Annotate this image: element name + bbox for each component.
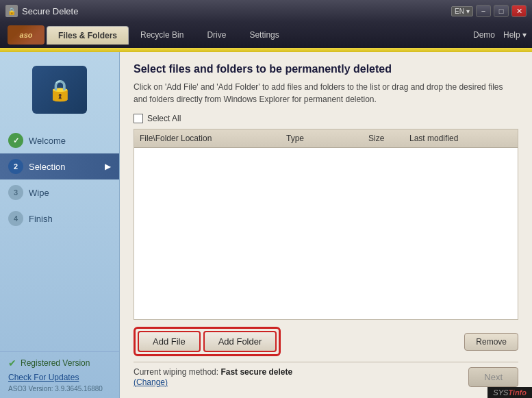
sidebar-step-selection[interactable]: 2 Selection ▶	[0, 153, 119, 179]
select-all-row: Select All	[134, 114, 518, 123]
add-file-button[interactable]: Add File	[138, 331, 201, 352]
menu-bar: aso Files & Folders Recycle Bin Drive Se…	[0, 22, 532, 48]
status-bar: Current wiping method: Fast secure delet…	[134, 362, 518, 387]
demo-button[interactable]: Demo	[473, 30, 495, 40]
step-label-welcome: Welcome	[29, 136, 66, 146]
main-title: Select files and folders to be permanent…	[134, 63, 518, 75]
app-body: 🔒 ✓ Welcome 2 Selection ▶ 3 Wipe 4 Finis…	[0, 52, 532, 398]
tab-drive[interactable]: Drive	[195, 25, 238, 45]
tab-files-folders[interactable]: Files & Folders	[47, 26, 129, 45]
title-bar: 🔒 Secure Delete EN ▾ − □ ✕	[0, 0, 532, 22]
tab-recycle-bin[interactable]: Recycle Bin	[129, 25, 195, 45]
check-updates-link[interactable]: Check For Updates	[8, 373, 111, 382]
col-last-modified: Last modified	[409, 132, 512, 145]
sidebar-logo-area: 🔒	[0, 59, 119, 121]
window-controls: EN ▾ − □ ✕	[451, 5, 527, 17]
file-table-header: File\Folder Location Type Size Last modi…	[134, 129, 518, 148]
col-type: Type	[286, 132, 368, 145]
sidebar-step-wipe[interactable]: 3 Wipe	[0, 179, 119, 206]
registered-version: ✔ Registered Version	[8, 358, 111, 369]
action-row: Add File Add Folder Remove	[134, 327, 518, 356]
select-all-checkbox[interactable]	[134, 114, 143, 123]
minimize-button[interactable]: −	[476, 5, 491, 17]
file-table-body	[134, 148, 518, 319]
registered-label: Registered Version	[21, 358, 90, 368]
wipe-method-label: Current wiping method: Fast secure delet…	[134, 367, 292, 377]
product-logo: 🔒	[32, 66, 87, 114]
file-table: File\Folder Location Type Size Last modi…	[134, 129, 518, 320]
sidebar-bottom: ✔ Registered Version Check For Updates A…	[0, 351, 119, 398]
step-circle-1: ✓	[8, 133, 23, 148]
next-button[interactable]: Next	[468, 367, 518, 387]
col-size: Size	[368, 132, 409, 145]
remove-button[interactable]: Remove	[464, 333, 518, 351]
main-description: Click on 'Add File' and 'Add Folder' to …	[134, 81, 518, 105]
step-circle-2: 2	[8, 159, 23, 174]
app-logo: aso	[5, 24, 47, 46]
window-title: Secure Delete	[22, 6, 78, 16]
col-location: File\Folder Location	[140, 132, 286, 145]
select-all-label: Select All	[147, 114, 181, 123]
add-btn-group: Add File Add Folder	[134, 327, 281, 356]
check-circle-icon: ✔	[8, 358, 16, 369]
step-label-finish: Finish	[29, 214, 53, 224]
lock-icon: 🔒	[47, 78, 73, 102]
step-label-wipe: Wipe	[29, 188, 49, 198]
sysinfo-text: SYSTinfo	[493, 388, 527, 397]
help-button[interactable]: Help ▾	[503, 30, 527, 40]
sidebar-step-welcome[interactable]: ✓ Welcome	[0, 127, 119, 153]
sysinfo-highlight: Tinfo	[508, 388, 527, 397]
tab-settings[interactable]: Settings	[238, 25, 290, 45]
language-selector[interactable]: EN ▾	[451, 6, 473, 16]
change-method-link[interactable]: (Change)	[134, 377, 168, 387]
step-circle-4: 4	[8, 211, 23, 226]
add-folder-button[interactable]: Add Folder	[203, 331, 277, 352]
step-label-selection: Selection	[29, 162, 65, 172]
version-text: ASO3 Version: 3.9.3645.16880	[8, 385, 111, 393]
sidebar: 🔒 ✓ Welcome 2 Selection ▶ 3 Wipe 4 Finis…	[0, 52, 120, 398]
app-icon: 🔒	[5, 5, 18, 17]
logo-text: aso	[8, 25, 45, 45]
menu-tabs: Files & Folders Recycle Bin Drive Settin…	[47, 25, 473, 45]
step-circle-3: 3	[8, 185, 23, 200]
step-arrow-icon: ▶	[105, 162, 111, 171]
maximize-button[interactable]: □	[494, 5, 509, 17]
sidebar-step-finish[interactable]: 4 Finish	[0, 206, 119, 232]
close-button[interactable]: ✕	[511, 5, 527, 17]
wipe-method-area: Current wiping method: Fast secure delet…	[134, 366, 292, 387]
main-content: Select files and folders to be permanent…	[120, 52, 532, 398]
sysinfo-bar: SYSTinfo	[487, 387, 532, 398]
wipe-method-name: Fast secure delete	[220, 367, 292, 377]
menu-right: Demo Help ▾	[473, 30, 527, 40]
remove-btn-area: Remove	[464, 333, 518, 351]
sidebar-steps: ✓ Welcome 2 Selection ▶ 3 Wipe 4 Finish	[0, 127, 119, 351]
